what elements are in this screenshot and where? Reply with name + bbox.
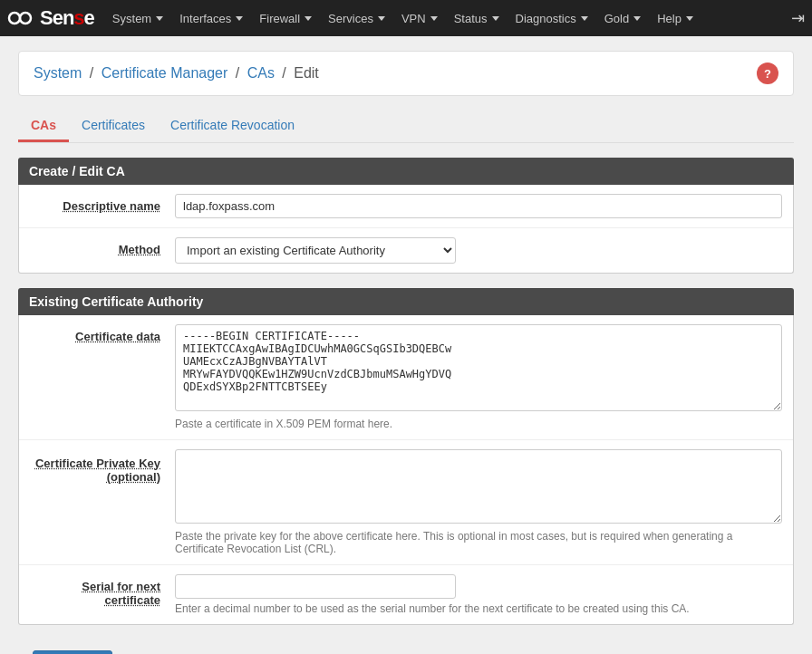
logout-icon[interactable]: ⇥	[791, 8, 805, 28]
serial-control: Enter a decimal number to be used as the…	[175, 574, 782, 615]
method-label: Method	[30, 237, 175, 256]
method-row: Method Import an existing Certificate Au…	[19, 228, 793, 273]
nav-item-help[interactable]: Help	[650, 8, 701, 29]
serial-row: Serial for next certificate Enter a deci…	[19, 565, 793, 624]
save-section: 💾 Save	[18, 640, 794, 654]
navbar: Sense System Interfaces Firewall Service…	[0, 0, 812, 36]
certificate-data-control: -----BEGIN CERTIFICATE----- MIIEKTCCAxgA…	[175, 324, 782, 430]
breadcrumb-sep-2: /	[236, 65, 244, 81]
method-control: Import an existing Certificate Authority…	[175, 237, 782, 264]
descriptive-name-input[interactable]	[175, 194, 782, 218]
nav-item-services[interactable]: Services	[321, 8, 392, 29]
private-key-help: Paste the private key for the above cert…	[175, 530, 782, 555]
breadcrumb-sep-1: /	[90, 65, 98, 81]
serial-label: Serial for next certificate	[30, 574, 175, 607]
existing-ca-header: Existing Certificate Authority	[18, 288, 794, 315]
tab-certificates[interactable]: Certificates	[69, 111, 158, 142]
private-key-control: Paste the private key for the above cert…	[175, 449, 782, 555]
certificate-data-help: Paste a certificate in X.509 PEM format …	[175, 418, 782, 430]
private-key-row: Certificate Private Key (optional) Paste…	[19, 440, 793, 565]
breadcrumb-bar: System / Certificate Manager / CAs / Edi…	[18, 51, 794, 96]
tab-bar: CAs Certificates Certificate Revocation	[18, 111, 794, 143]
certificate-data-row: Certificate data -----BEGIN CERTIFICATE-…	[19, 315, 793, 440]
brand-name: Sense	[40, 6, 94, 30]
page-wrapper: System / Certificate Manager / CAs / Edi…	[0, 36, 812, 654]
nav-item-status[interactable]: Status	[447, 8, 507, 29]
nav-item-diagnostics[interactable]: Diagnostics	[508, 8, 595, 29]
create-edit-ca-section: Create / Edit CA Descriptive name Method…	[18, 158, 794, 274]
brand-logo[interactable]: Sense	[7, 5, 94, 31]
tab-certificate-revocation[interactable]: Certificate Revocation	[158, 111, 307, 142]
nav-item-gold[interactable]: Gold	[597, 8, 648, 29]
certificate-data-textarea[interactable]: -----BEGIN CERTIFICATE----- MIIEKTCCAxgA…	[175, 324, 782, 411]
breadcrumb: System / Certificate Manager / CAs / Edi…	[34, 65, 319, 82]
nav-item-firewall[interactable]: Firewall	[252, 8, 319, 29]
existing-ca-section: Existing Certificate Authority Certifica…	[18, 288, 794, 625]
method-select[interactable]: Import an existing Certificate Authority…	[175, 237, 456, 264]
nav-item-interfaces[interactable]: Interfaces	[172, 8, 250, 29]
create-edit-ca-header: Create / Edit CA	[18, 158, 794, 185]
logo-icon	[7, 5, 36, 31]
nav-item-vpn[interactable]: VPN	[394, 8, 445, 29]
tab-cas[interactable]: CAs	[18, 111, 69, 142]
descriptive-name-control	[175, 194, 782, 218]
create-edit-ca-form: Descriptive name Method Import an existi…	[18, 185, 794, 274]
private-key-label: Certificate Private Key (optional)	[30, 449, 175, 484]
svg-point-1	[20, 13, 31, 24]
save-button[interactable]: 💾 Save	[33, 650, 112, 654]
private-key-textarea[interactable]	[175, 449, 782, 524]
nav-item-system[interactable]: System	[105, 8, 170, 29]
serial-input[interactable]	[175, 574, 456, 599]
breadcrumb-sep-3: /	[282, 65, 290, 81]
descriptive-name-row: Descriptive name	[19, 185, 793, 228]
breadcrumb-edit: Edit	[294, 65, 319, 81]
breadcrumb-system[interactable]: System	[34, 65, 82, 81]
descriptive-name-label: Descriptive name	[30, 194, 175, 213]
serial-help: Enter a decimal number to be used as the…	[175, 602, 782, 615]
certificate-data-label: Certificate data	[30, 324, 175, 343]
breadcrumb-cas[interactable]: CAs	[247, 65, 275, 81]
nav-menu: System Interfaces Firewall Services VPN …	[105, 8, 791, 29]
existing-ca-form: Certificate data -----BEGIN CERTIFICATE-…	[18, 315, 794, 625]
svg-point-0	[9, 13, 20, 24]
help-button[interactable]: ?	[757, 63, 778, 84]
breadcrumb-certmanager[interactable]: Certificate Manager	[102, 65, 228, 81]
